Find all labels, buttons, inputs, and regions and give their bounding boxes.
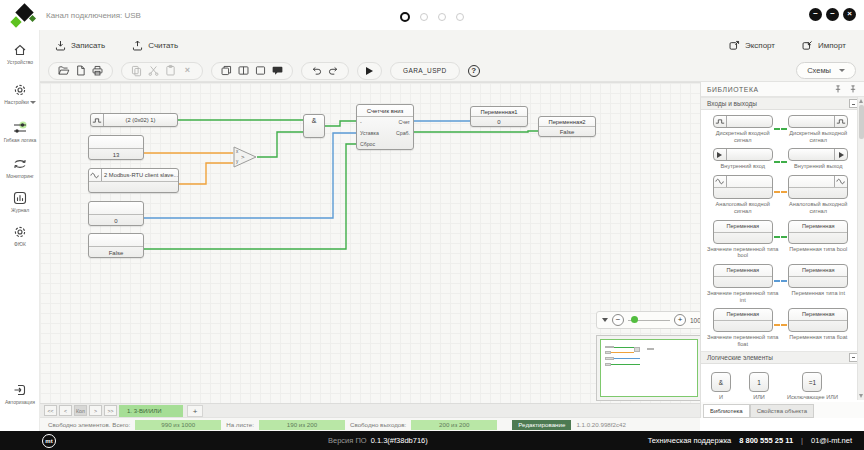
panel-scrollbar[interactable]: [857, 97, 864, 400]
library-item-variable-bool[interactable]: Переменная Переменная типа bool: [783, 220, 855, 259]
counter-down-block[interactable]: Счетчик вниз - Счет Уставка Сраб. Сброс: [356, 104, 414, 150]
section-logic-elements[interactable]: Логические элементы: [701, 351, 864, 364]
add-sheet-button[interactable]: +: [187, 405, 203, 417]
paste-icon: [164, 64, 177, 77]
toolbar-area: Записать Считать Экспорт Импорт: [40, 30, 864, 82]
page-indicator-dot[interactable]: [438, 13, 446, 21]
help-button[interactable]: ?: [468, 65, 480, 77]
sidebar-item-journal[interactable]: Журнал: [0, 190, 40, 213]
redo-button[interactable]: [327, 64, 340, 77]
device-selector[interactable]: GARA_USPD: [390, 62, 460, 80]
sidebar: Устройство Настройки Гибкая логика Монит…: [0, 30, 40, 431]
write-download-icon: [54, 39, 67, 52]
zoom-menu-chevron-icon[interactable]: [602, 318, 608, 322]
next-sheet-button[interactable]: >: [89, 405, 102, 416]
modbus-block[interactable]: 2 Modbus-RTU client slave...: [88, 168, 179, 193]
export-icon: [728, 39, 741, 52]
comment-button[interactable]: [271, 64, 284, 77]
read-button[interactable]: Считать: [131, 39, 178, 52]
library-item-internal-output[interactable]: Внутренний выход: [783, 148, 855, 170]
zoom-in-button[interactable]: +: [674, 314, 686, 326]
page-indicator: [400, 12, 464, 22]
export-button[interactable]: Экспорт: [728, 39, 775, 52]
library-item-analog-input[interactable]: Аналоговый входной сигнал: [707, 175, 779, 214]
sidebar-item-flexible-logic[interactable]: Гибкая логика: [0, 120, 40, 143]
library-item-discrete-output[interactable]: Дискретный выходной сигнал: [783, 115, 855, 143]
restore-button[interactable]: −: [826, 8, 839, 21]
scroll-up-icon[interactable]: [859, 99, 863, 103]
page-indicator-dot[interactable]: [456, 13, 464, 21]
library-item-discrete-input[interactable]: Дискретный входной сигнал: [707, 115, 779, 143]
open-file-button[interactable]: [57, 64, 70, 77]
sidebar-item-device[interactable]: Устройство: [0, 42, 40, 65]
first-sheet-button[interactable]: <<: [44, 405, 57, 416]
library-item-variable-value-float[interactable]: Переменная Значение переменной типа floa…: [707, 308, 779, 347]
sheet-tab-active[interactable]: 1. 3-ВИ/ИЛИ: [119, 405, 183, 417]
library-item-or[interactable]: 1 ИЛИ: [749, 372, 769, 401]
sheet-list-button[interactable]: Кол: [74, 405, 87, 416]
copy-button[interactable]: [130, 64, 143, 77]
delete-button[interactable]: ×: [181, 64, 194, 77]
variable1-block[interactable]: Переменная1 0: [470, 106, 528, 127]
zoom-slider-handle[interactable]: [631, 316, 638, 323]
library-item-xor[interactable]: =1 Исключающее ИЛИ: [787, 372, 838, 401]
minimap[interactable]: [596, 335, 702, 401]
pin-icon[interactable]: [833, 84, 843, 94]
page-indicator-dot[interactable]: [400, 12, 410, 22]
sidebar-item-authorization[interactable]: Авторизация: [0, 382, 40, 405]
and-block[interactable]: &: [303, 114, 325, 138]
const-false-block[interactable]: False: [88, 233, 144, 258]
library-item-variable-float[interactable]: Переменная Переменная типа float: [783, 308, 855, 347]
library-item-analog-output[interactable]: Аналоговый выходной сигнал: [783, 175, 855, 214]
zoom-slider[interactable]: [628, 320, 670, 321]
new-file-icon: [74, 64, 87, 77]
library-item-variable-value-int[interactable]: Переменная Значение переменной типа int: [707, 264, 779, 303]
sidebar-item-fuk[interactable]: ФЮК: [0, 224, 40, 247]
scroll-down-icon[interactable]: [859, 394, 863, 398]
logic-canvas[interactable]: (2 (0x02) 1) 13 2 Modbus-RTU client slav…: [40, 82, 700, 403]
write-button[interactable]: Записать: [54, 39, 105, 52]
single-view-button[interactable]: [254, 64, 267, 77]
close-button[interactable]: ×: [843, 8, 856, 21]
discrete-input-block[interactable]: (2 (0x02) 1): [90, 113, 178, 127]
software-version-value: 0.1.3(#f38db716): [371, 436, 428, 445]
page-indicator-dot[interactable]: [420, 13, 428, 21]
library-item-variable-value-bool[interactable]: Переменная Значение переменной типа bool: [707, 220, 779, 259]
undo-button[interactable]: [310, 64, 323, 77]
tab-library[interactable]: Библиотека: [703, 404, 750, 418]
sidebar-item-monitoring[interactable]: Мониторинг: [0, 156, 40, 179]
zoom-out-button[interactable]: −: [612, 314, 624, 326]
import-button[interactable]: Импорт: [801, 39, 846, 52]
new-file-button[interactable]: [74, 64, 87, 77]
pin-all-icon[interactable]: [848, 84, 858, 94]
cascade-windows-button[interactable]: [220, 64, 233, 77]
cut-button[interactable]: [147, 64, 160, 77]
variable2-block[interactable]: Переменная2 False: [538, 116, 596, 137]
support-label: Техническая поддержка: [648, 436, 732, 445]
library-item-variable-int[interactable]: Переменная Переменная типа int: [783, 264, 855, 303]
const-zero-block[interactable]: 0: [88, 201, 144, 226]
schemes-dropdown[interactable]: Схемы: [796, 62, 856, 79]
port-stub: [781, 191, 787, 193]
prev-sheet-button[interactable]: <: [59, 405, 72, 416]
paste-button[interactable]: [164, 64, 177, 77]
comparator-block[interactable]: x > y: [233, 146, 257, 168]
print-button[interactable]: [91, 64, 104, 77]
minimize-button[interactable]: −: [809, 8, 822, 21]
tab-object-properties[interactable]: Свойства объекта: [750, 404, 814, 418]
on-sheet-value: 190 из 200: [259, 420, 345, 430]
sidebar-item-settings[interactable]: Настройки: [0, 82, 40, 105]
const-int-block[interactable]: 13: [88, 135, 144, 160]
run-button[interactable]: [357, 62, 382, 80]
last-sheet-button[interactable]: >>: [104, 405, 117, 416]
library-item-internal-input[interactable]: Внутренний вход: [707, 148, 779, 170]
section-inputs-outputs[interactable]: Входы и выходы: [701, 97, 864, 110]
library-item-and[interactable]: & И: [711, 372, 731, 401]
support-email[interactable]: 01@i-mt.net: [811, 436, 852, 445]
copy-icon: [130, 64, 143, 77]
wave-icon: [714, 176, 727, 187]
port-stub: [781, 324, 787, 326]
split-view-button[interactable]: [237, 64, 250, 77]
pulse-icon: [91, 114, 104, 126]
scrollbar-thumb[interactable]: [859, 105, 864, 139]
